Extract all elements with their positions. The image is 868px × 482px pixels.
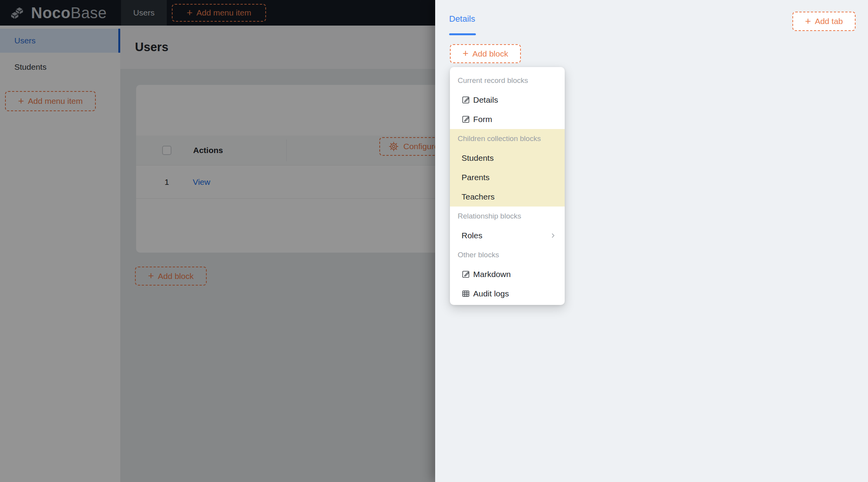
- table-icon: [462, 289, 470, 298]
- block-menu-item-label: Parents: [462, 173, 489, 182]
- plus-icon: +: [463, 48, 469, 58]
- block-menu-item-markdown[interactable]: Markdown: [450, 265, 565, 284]
- drawer-tab-details[interactable]: Details: [449, 14, 475, 24]
- block-menu-item-details[interactable]: Details: [450, 90, 565, 110]
- block-menu-item-parents[interactable]: Parents: [450, 168, 565, 187]
- drawer-add-block-label: Add block: [472, 49, 508, 59]
- block-menu-group-title: Relationship blocks: [450, 207, 565, 226]
- block-menu-item-label: Audit logs: [473, 289, 509, 298]
- drawer-tab-label: Details: [449, 14, 475, 24]
- block-menu-item-teachers[interactable]: Teachers: [450, 187, 565, 207]
- block-menu-item-form[interactable]: Form: [450, 110, 565, 129]
- block-menu-item-label: Markdown: [473, 270, 511, 279]
- block-menu-group-title: Children collection blocks: [450, 129, 565, 148]
- record-drawer: Details + Add tab + Add block Current re…: [435, 0, 868, 482]
- block-menu-group-title: Other blocks: [450, 245, 565, 265]
- chevron-right-icon: [549, 232, 557, 239]
- form-icon: [462, 115, 470, 124]
- drawer-add-block-button[interactable]: + Add block: [450, 44, 521, 63]
- block-menu-item-label: Details: [473, 95, 498, 105]
- app-screen: NocoBase Users + Add menu item Users Stu…: [0, 0, 868, 482]
- block-menu-item-label: Students: [462, 153, 494, 163]
- active-tab-indicator: [449, 33, 476, 35]
- form-icon: [462, 96, 470, 104]
- form-icon: [462, 270, 470, 279]
- add-tab-button[interactable]: + Add tab: [792, 12, 856, 31]
- block-menu-group-title: Current record blocks: [450, 71, 565, 90]
- block-menu-item-label: Teachers: [462, 192, 495, 201]
- add-block-menu: Current record blocks Details: [450, 67, 565, 305]
- block-menu-item-roles[interactable]: Roles: [450, 226, 565, 245]
- block-menu-item-audit-logs[interactable]: Audit logs: [450, 284, 565, 303]
- block-menu-item-label: Form: [473, 115, 492, 124]
- block-menu-item-label: Roles: [462, 231, 482, 240]
- add-tab-label: Add tab: [815, 17, 843, 26]
- plus-icon: +: [805, 16, 811, 26]
- highlighted-group: Children collection blocks Students Pare…: [450, 129, 565, 207]
- block-menu-item-students[interactable]: Students: [450, 148, 565, 168]
